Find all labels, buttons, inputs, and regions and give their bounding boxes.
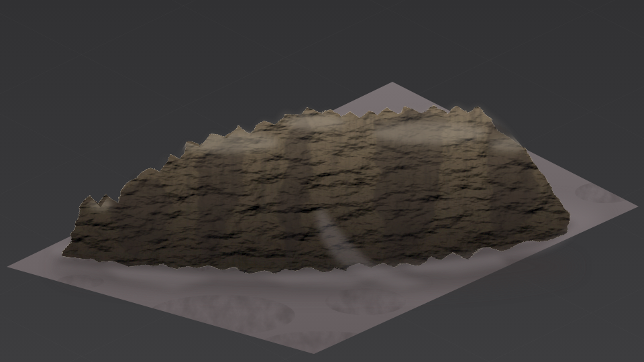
terrain-render	[0, 0, 644, 362]
3d-viewport[interactable]	[0, 0, 644, 362]
